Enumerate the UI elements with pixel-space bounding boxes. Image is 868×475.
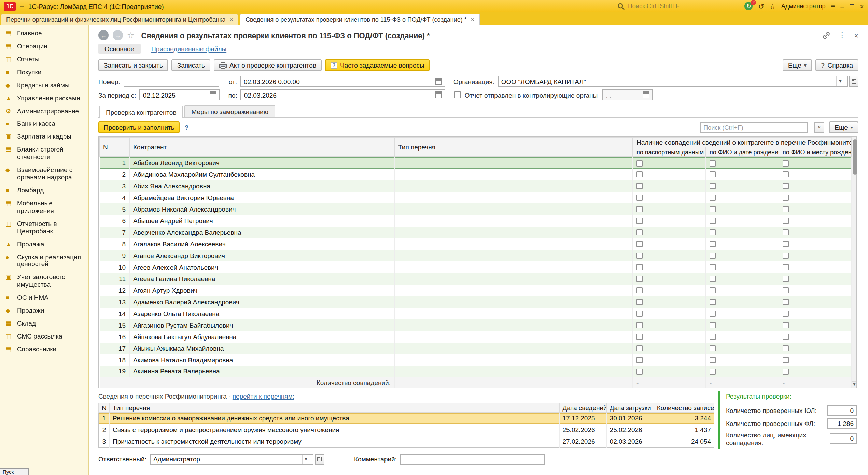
match-name-place-checkbox[interactable] [783, 218, 789, 224]
favorites-star-icon[interactable]: ☆ [770, 2, 776, 10]
match-passport-checkbox[interactable] [636, 195, 643, 201]
tab-check-contractors[interactable]: Проверка контрагентов [99, 106, 183, 118]
from-date-field[interactable]: 02.03.2026 0:00:00 [240, 76, 445, 87]
contractor-row[interactable]: 14 Азаренко Ольга Николаевна [99, 307, 851, 319]
contractor-row[interactable]: 1 Абабков Леонид Викторович [99, 157, 851, 168]
match-name-place-checkbox[interactable] [783, 357, 789, 363]
comment-field[interactable] [400, 454, 545, 464]
contractor-row[interactable]: 3 Абих Яна Александровна [99, 180, 851, 191]
sidebar-item[interactable]: ▲ Управление рисками [0, 92, 88, 105]
match-name-place-checkbox[interactable] [783, 241, 789, 247]
calendar-icon[interactable] [435, 91, 442, 98]
match-name-place-checkbox[interactable] [783, 334, 789, 340]
period-from-field[interactable]: 02.12.2025 [140, 89, 220, 100]
panel-help-link[interactable]: ? [185, 124, 189, 131]
chevron-down-icon[interactable]: ▾ [836, 76, 844, 86]
contractor-row[interactable]: 17 Айыжы Ажыкмаа Михайловна [99, 342, 851, 354]
sidebar-item[interactable]: ▣ Зарплата и кадры [0, 131, 88, 144]
result-value-field[interactable]: 1 286 [827, 418, 857, 428]
sidebar-item[interactable]: ● Банк и касса [0, 118, 88, 131]
match-passport-checkbox[interactable] [636, 183, 643, 189]
save-close-button[interactable]: Записать и закрыть [98, 59, 168, 71]
contractor-row[interactable]: 7 Аверченко Александра Валерьевна [99, 226, 851, 238]
close-window-icon[interactable]: × [860, 2, 864, 10]
tab-freeze-measures[interactable]: Меры по замораживанию [185, 105, 275, 117]
match-name-place-checkbox[interactable] [783, 322, 789, 329]
match-name-date-checkbox[interactable] [710, 357, 716, 363]
match-passport-checkbox[interactable] [636, 241, 643, 247]
more-actions-icon[interactable]: ⋮ [838, 31, 846, 40]
col-n[interactable]: N [99, 138, 129, 157]
match-name-place-checkbox[interactable] [783, 230, 789, 236]
chevron-down-icon[interactable]: ▾ [302, 454, 310, 464]
match-passport-checkbox[interactable] [636, 218, 643, 224]
updates-icon[interactable]: ↻2 [745, 2, 753, 10]
col-list-type[interactable]: Тип перечня [394, 138, 633, 157]
sidebar-item[interactable]: ▤ Главное [0, 27, 88, 40]
report-sent-date-field[interactable]: . . [602, 89, 653, 100]
sidebar-item[interactable]: ◆ Взаимодействие с органами надзора [0, 164, 88, 184]
sidebar-item[interactable]: ▤ Бланки строгой отчетности [0, 144, 88, 164]
grid-more-button[interactable]: Еще▾ [829, 121, 858, 133]
match-name-place-checkbox[interactable] [783, 172, 789, 178]
result-value-field[interactable]: 0 [830, 433, 857, 444]
match-passport-checkbox[interactable] [636, 346, 643, 352]
contractor-row[interactable]: 13 Адаменко Валерий Александрович [99, 296, 851, 307]
help-button[interactable]: ?Справка [815, 59, 858, 71]
sidebar-item[interactable]: ▦ Склад [0, 317, 88, 330]
match-name-place-checkbox[interactable] [783, 288, 789, 294]
match-passport-checkbox[interactable] [636, 299, 643, 305]
lists-col-data-date[interactable]: Дата сведений [559, 403, 606, 412]
match-passport-checkbox[interactable] [636, 206, 643, 213]
attached-files-link[interactable]: Присоединенные файлы [151, 45, 226, 53]
match-name-date-checkbox[interactable] [710, 334, 716, 340]
match-name-date-checkbox[interactable] [710, 253, 716, 259]
contractor-row[interactable]: 5 Абрамов Николай Александрович [99, 203, 851, 215]
contractor-row[interactable]: 9 Агапов Александр Викторович [99, 249, 851, 261]
scroll-down-icon[interactable]: ▼ [852, 380, 856, 387]
match-passport-checkbox[interactable] [636, 160, 643, 166]
match-name-place-checkbox[interactable] [783, 264, 789, 271]
contractor-row[interactable]: 18 Акимова Наталья Владимировна [99, 354, 851, 365]
match-name-date-checkbox[interactable] [710, 218, 716, 224]
history-icon[interactable]: ↺ [758, 2, 764, 10]
col-by-passport[interactable]: по паспортным данным [633, 147, 706, 157]
window-tab[interactable]: Сведения о результатах проверки клиентов… [240, 14, 480, 25]
contractor-row[interactable]: 10 Агеев Алексей Анатольевич [99, 261, 851, 273]
match-name-place-checkbox[interactable] [783, 299, 789, 305]
favorite-page-icon[interactable]: ☆ [127, 30, 135, 40]
open-responsible-button[interactable] [314, 454, 324, 464]
current-user[interactable]: Администратор [781, 3, 826, 10]
match-name-date-checkbox[interactable] [710, 241, 716, 247]
contractor-row[interactable]: 2 Абидинова Махларойим Султанбековна [99, 168, 851, 180]
lists-col-type[interactable]: Тип перечня [110, 403, 559, 412]
match-passport-checkbox[interactable] [636, 264, 643, 271]
sidebar-item[interactable]: ▲ Продажа [0, 238, 88, 251]
lists-col-n[interactable]: N [99, 403, 110, 412]
faq-button[interactable]: ? Часто задаваемые вопросы [325, 59, 430, 71]
match-passport-checkbox[interactable] [636, 357, 643, 363]
back-button[interactable]: ← [98, 30, 109, 40]
match-passport-checkbox[interactable] [636, 288, 643, 294]
result-value-field[interactable]: 0 [827, 405, 857, 415]
match-name-date-checkbox[interactable] [710, 369, 716, 375]
match-name-date-checkbox[interactable] [710, 299, 716, 305]
match-name-date-checkbox[interactable] [710, 311, 716, 317]
lists-col-load-date[interactable]: Дата загрузки [607, 403, 654, 412]
sidebar-item[interactable]: ■ ОС и НМА [0, 291, 88, 304]
match-passport-checkbox[interactable] [636, 230, 643, 236]
report-sent-checkbox[interactable] [454, 91, 461, 98]
more-button[interactable]: Еще▾ [783, 59, 812, 71]
forward-button[interactable]: → [113, 30, 123, 40]
match-name-date-checkbox[interactable] [710, 183, 716, 189]
window-tab[interactable]: Перечни организаций и физических лиц Рос… [1, 14, 239, 25]
global-search[interactable]: Поиск Ctrl+Shift+F [618, 2, 720, 10]
match-name-date-checkbox[interactable] [710, 322, 716, 329]
col-contractor[interactable]: Контрагент [129, 138, 394, 157]
list-row[interactable]: 1 Решение комиссии о замораживании денеж… [99, 412, 714, 424]
vertical-scrollbar[interactable]: ▼ [852, 137, 856, 387]
tab-main[interactable]: Основное [98, 44, 140, 54]
open-organization-button[interactable] [849, 76, 858, 87]
match-passport-checkbox[interactable] [636, 276, 643, 282]
sidebar-item[interactable]: ▥ СМС рассылка [0, 330, 88, 343]
